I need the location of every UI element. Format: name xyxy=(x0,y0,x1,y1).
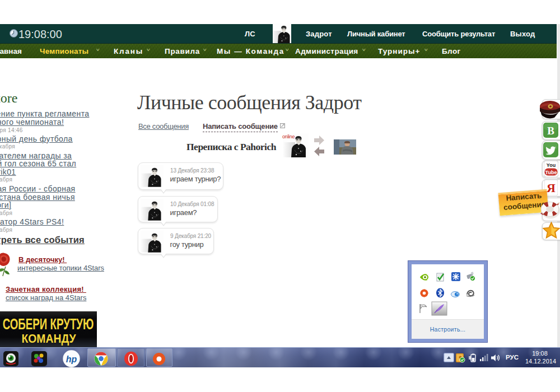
svg-text:hp: hp xyxy=(66,354,77,364)
svg-text:You: You xyxy=(547,162,556,168)
svg-text:Я: Я xyxy=(547,181,556,195)
svg-text:B: B xyxy=(547,125,554,137)
svg-text:Tube: Tube xyxy=(545,170,557,175)
